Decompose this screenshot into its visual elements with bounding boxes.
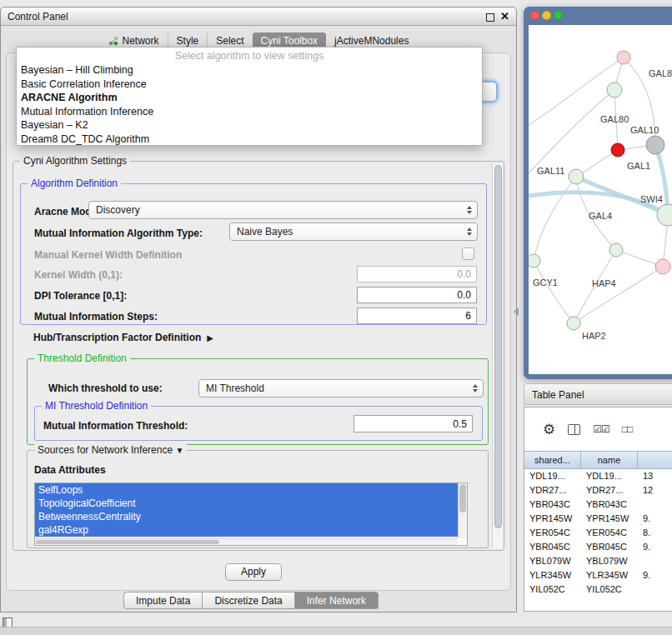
table-panel-titlebar[interactable]: Table Panel [524,383,672,405]
attribute-item[interactable]: BetweennessCentrality [35,510,467,523]
network-node[interactable] [529,254,540,268]
popup-placeholder[interactable]: Select algorithm to view settings [17,49,482,63]
list-vertical-scrollbar[interactable] [458,483,467,538]
table-row[interactable]: YLR345WYLR345W9. [524,568,672,582]
hub-tf-section-toggle[interactable]: Hub/Transcription Factor Definition ▶ [33,332,213,343]
mi-steps-label: Mutual Information Steps: [34,311,158,322]
mi-threshold-label: Mutual Information Threshold: [43,420,188,432]
table-row[interactable]: YER054CYER054C8. [524,526,672,540]
table-row[interactable]: YBL079WYBL079W [524,554,672,568]
table-cell: YDR27... [524,483,581,498]
scrollbar-thumb[interactable] [494,165,502,528]
network-node[interactable] [655,259,670,274]
table-cell: YDL19... [581,469,638,483]
network-tab-icon [108,36,118,46]
mi-steps-input[interactable]: 6 [357,308,477,324]
column-header[interactable]: name [581,452,638,468]
bottom-tab-bar: Impute Data Discretize Data Infer Networ… [123,592,379,609]
network-canvas[interactable]: GAL8GAL80GAL10GAL11GAL1SWI4GAL4GCY1HAP4H… [529,25,672,374]
network-node[interactable] [607,82,622,98]
tab-discretize-data[interactable]: Discretize Data [203,592,294,609]
status-strip [0,627,672,635]
algorithm-option[interactable]: Bayesian – K2 [17,118,482,132]
network-node[interactable] [567,317,580,330]
network-node[interactable] [611,143,624,157]
table-cell [638,498,672,512]
popup-options: Bayesian – Hill ClimbingBasic Correlatio… [17,63,482,146]
table-toolbar: ⚙ ☑☑ □□ [524,408,672,451]
algorithm-option[interactable]: Mutual Information Inference [17,105,482,119]
tab-infer-network[interactable]: Infer Network [295,592,379,609]
gear-icon[interactable]: ⚙ [543,421,555,438]
network-node[interactable] [569,169,584,184]
attr-items: SelfLoopsTopologicalCoefficientBetweenne… [35,483,467,537]
table-cell: YBR043C [524,498,581,512]
combo-arrows-icon [467,202,472,218]
close-traffic-light-icon[interactable] [530,11,539,20]
table-row[interactable]: YBR043CYBR043C [524,498,672,512]
table-row[interactable]: YDL19...YDL19...13 [524,469,672,483]
which-threshold-label: Which threshold to use: [48,382,163,394]
float-window-icon[interactable] [486,13,494,22]
node-label: GAL10 [630,125,659,135]
splitter-handle[interactable] [514,308,519,316]
deselect-all-columns-icon[interactable]: □□ [622,423,633,435]
algorithm-option[interactable]: Bayesian – Hill Climbing [17,63,482,78]
algorithm-option[interactable]: Dream8 DC_TDC Algorithm [17,132,482,147]
kernel-width-label: Kernel Width (0,1): [34,269,123,281]
network-edge[interactable] [574,267,663,323]
control-panel-titlebar[interactable]: Control Panel ✕ [1,8,516,26]
zoom-traffic-light-icon[interactable] [554,11,563,20]
select-all-columns-icon[interactable]: ☑☑ [593,423,609,435]
kernel-width-input[interactable]: 0.0 [357,266,477,282]
table-cell: 9. [638,568,672,582]
attribute-item[interactable]: SelfLoops [35,483,467,497]
tab-impute-data[interactable]: Impute Data [123,592,203,609]
mi-threshold-input[interactable]: 0.5 [354,415,473,432]
network-svg: GAL8GAL80GAL10GAL11GAL1SWI4GAL4GCY1HAP4H… [529,25,672,374]
algorithm-option[interactable]: ARACNE Algorithm [17,91,482,105]
table-row[interactable]: YIL052CYIL052C [524,582,672,597]
apply-button[interactable]: Apply [225,563,282,581]
attribute-item[interactable]: gal4RGexp [35,523,467,537]
column-header[interactable]: shared... [524,452,581,468]
network-edge[interactable] [534,177,576,261]
table-row[interactable]: YPR145WYPR145W9. [524,512,672,526]
network-node[interactable] [609,243,623,257]
node-label: GAL11 [537,166,564,176]
columns-icon[interactable] [568,424,580,435]
mi-type-select[interactable]: Naive Bayes [229,222,478,241]
table-cell: YBR043C [581,498,638,512]
data-attributes-list[interactable]: SelfLoopsTopologicalCoefficientBetweenne… [34,482,468,546]
aracne-mode-select[interactable]: Discovery [88,201,478,219]
algorithm-option[interactable]: Basic Correlation Inference [17,78,482,92]
table-panel: ⚙ ☑☑ □□ shared...name YDL19...YDL19...13… [524,407,672,612]
network-node[interactable] [657,204,672,226]
window-title: Control Panel [8,11,68,22]
combo-arrows-icon [473,380,478,397]
threshold-definition-group: Threshold Definition Which threshold to … [27,358,489,445]
collapse-right-icon[interactable]: ▶ [207,333,213,342]
column-header[interactable] [638,452,672,468]
table-cell: YLR345W [524,568,581,582]
close-icon[interactable]: ✕ [500,9,509,24]
table-cell [638,582,672,597]
tab-label: Style [177,35,199,47]
algorithm-popup: Select algorithm to view settings Bayesi… [16,47,483,146]
attribute-item[interactable]: TopologicalCoefficient [35,497,467,510]
settings-scrollbar[interactable] [492,163,503,548]
sources-group-title[interactable]: Sources for Network Inference ▼ [34,444,187,456]
manual-kernel-checkbox[interactable] [462,248,474,260]
dpi-tolerance-input[interactable]: 0.0 [357,287,477,303]
network-node[interactable] [617,51,630,64]
which-threshold-select[interactable]: MI Threshold [198,379,484,398]
network-edge[interactable] [534,261,574,323]
collapse-down-icon[interactable]: ▼ [175,446,183,455]
table-row[interactable]: YDR27...YDR27...12 [524,483,672,498]
minimize-traffic-light-icon[interactable] [542,11,551,20]
group-title: MI Threshold Definition [42,400,151,412]
table-row[interactable]: YBR045CYBR045C9. [524,540,672,554]
table-body: YDL19...YDL19...13YDR27...YDR27...12YBR0… [524,469,672,611]
list-horizontal-scrollbar[interactable] [35,538,458,545]
network-node[interactable] [646,136,664,154]
